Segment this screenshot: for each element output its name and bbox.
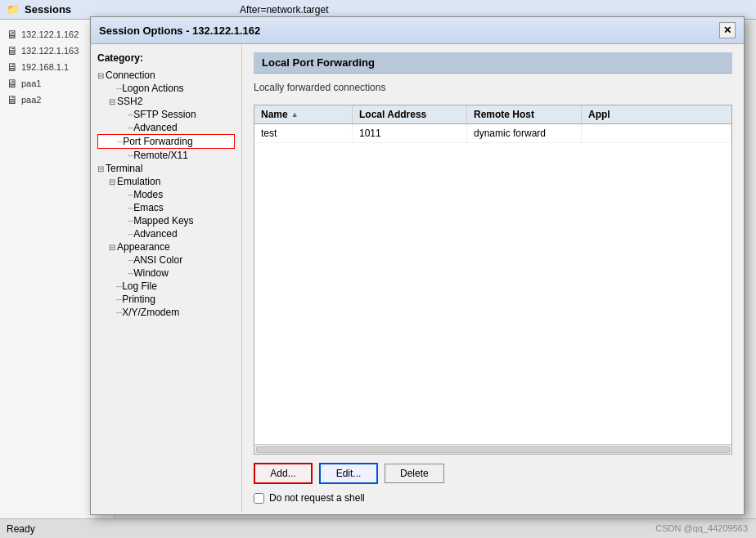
bg-topbar-text: After=network.target [240,4,328,16]
table-row[interactable]: test 1011 dynamic forward [254,124,731,143]
panel-title: Local Port Forwarding [254,52,732,74]
horizontal-scrollbar[interactable] [254,444,731,454]
tree-item-window[interactable]: ──Window [97,267,235,280]
cell-appl [582,124,731,142]
tree-container: ⊟Connection──Logon Actions⊟SSH2──SFTP Se… [97,69,235,319]
tree-item-ansi-color[interactable]: ──ANSI Color [97,253,235,267]
tree-item-mapped-keys[interactable]: ──Mapped Keys [97,214,235,227]
col-header-local: Local Address [353,105,467,123]
checkbox-label: Do not request a shell [269,492,365,504]
modal-dialog: Session Options - 132.122.1.162 ✕ Catego… [90,16,745,515]
folder-icon: 📁 [7,3,20,16]
cell-remote: dynamic forward [467,124,582,142]
modal-body: Category: ⊟Connection──Logon Actions⊟SSH… [91,44,744,512]
tree-item-ssh2[interactable]: ⊟SSH2 [97,95,235,108]
modal-titlebar: Session Options - 132.122.1.162 ✕ [91,17,744,44]
status-text: Ready [7,523,35,535]
tree-item-appearance[interactable]: ⊟Appearance [97,240,235,253]
col-header-remote: Remote Host [467,105,582,123]
add-button[interactable]: Add... [254,463,313,484]
edit-button[interactable]: Edit... [319,463,378,484]
tree-item-logon-actions[interactable]: ──Logon Actions [97,82,235,95]
table-header: Name ▲ Local Address Remote Host Appl [254,105,731,124]
category-panel: Category: ⊟Connection──Logon Actions⊟SSH… [91,44,242,512]
tree-item-port-forwarding[interactable]: ──Port Forwarding [97,134,235,149]
delete-button[interactable]: Delete [385,464,444,483]
sort-arrow-icon: ▲ [291,110,299,119]
forwarding-table: Name ▲ Local Address Remote Host Appl te… [254,105,732,455]
tree-item-emacs[interactable]: ──Emacs [97,201,235,214]
checkbox-row: Do not request a shell [254,492,732,504]
table-body: test 1011 dynamic forward [254,124,731,444]
tree-item-connection[interactable]: ⊟Connection [97,69,235,82]
scrollbar-track[interactable] [256,446,730,453]
col-header-appl: Appl [582,105,731,123]
watermark: CSDN @qq_44209563 [655,523,748,533]
no-shell-checkbox[interactable] [254,493,264,504]
section-subtitle: Locally forwarded connections [254,82,732,93]
tree-item-modes[interactable]: ──Modes [97,188,235,201]
tree-item-advanced[interactable]: ──Advanced [97,121,235,134]
tree-item-x-y-zmodem[interactable]: ──X/Y/Zmodem [97,306,235,319]
cell-local: 1011 [353,124,467,142]
status-bar: Ready [0,518,756,538]
close-button[interactable]: ✕ [719,22,736,38]
tree-item-printing[interactable]: ──Printing [97,293,235,306]
bg-title: Sessions [25,3,71,16]
tree-item-remote-x11[interactable]: ──Remote/X11 [97,149,235,162]
tree-item-emulation[interactable]: ⊟Emulation [97,175,235,188]
col-header-name: Name ▲ [254,105,353,123]
tree-item-log-file[interactable]: ──Log File [97,280,235,293]
tree-item-sftp-session[interactable]: ──SFTP Session [97,108,235,121]
right-panel: Local Port Forwarding Locally forwarded … [242,44,744,512]
tree-item-advanced[interactable]: ──Advanced [97,227,235,240]
modal-title: Session Options - 132.122.1.162 [99,25,260,37]
buttons-row: Add... Edit... Delete [254,463,732,484]
category-label: Category: [97,52,235,64]
cell-name: test [254,124,353,142]
tree-item-terminal[interactable]: ⊟Terminal [97,162,235,175]
